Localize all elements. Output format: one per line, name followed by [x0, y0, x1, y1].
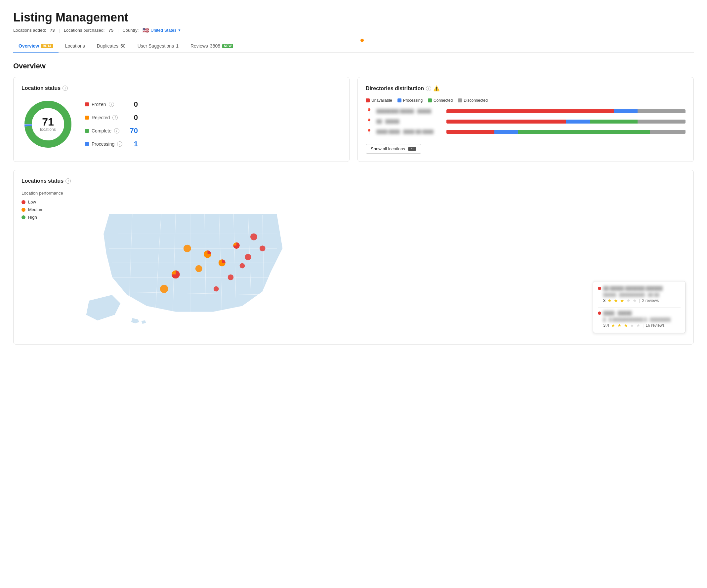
dir-row-3: 📍 ████ ████ · ████ ██ ████	[366, 128, 685, 135]
map-dot-red-6[interactable]	[214, 286, 219, 292]
dir-bar-1	[446, 109, 685, 113]
rating-score-1: 3	[603, 298, 605, 303]
map-dot-pie-3[interactable]	[233, 243, 239, 249]
disconnected-legend-dot	[458, 99, 462, 102]
connected-legend-label: Connected	[434, 98, 453, 103]
tab-user-suggestions[interactable]: User Suggestions 1	[132, 40, 184, 52]
tooltip-name-1: ██ █████ ███████ ██████	[603, 286, 663, 291]
processing-info-icon[interactable]: i	[117, 141, 122, 147]
locations-purchased-label: Locations purchased:	[64, 28, 105, 33]
map-dot-red-1[interactable]	[250, 233, 257, 241]
dir-row-2: 📍 ██ · █████	[366, 118, 685, 124]
high-label: High	[28, 215, 37, 220]
dir-bar-3	[446, 130, 685, 134]
notification-dot	[361, 39, 364, 42]
frozen-dot	[85, 102, 89, 106]
star-2-3: ★	[624, 323, 628, 328]
processing-label: Processing	[92, 141, 114, 147]
high-dot	[22, 215, 26, 219]
dir-bar-3-processing	[494, 130, 518, 134]
complete-value: 70	[128, 126, 138, 135]
map-dot-pie-2[interactable]	[218, 259, 226, 266]
chevron-down-icon: ▼	[178, 28, 181, 32]
map-dot-red-5[interactable]	[228, 274, 234, 281]
country-label: Country:	[122, 28, 139, 33]
tab-user-suggestions-count: 1	[176, 43, 178, 48]
status-complete: Complete i 70	[85, 126, 138, 135]
subtitle-bar: Locations added: 73 | Locations purchase…	[13, 27, 694, 33]
country-selector[interactable]: 🇺🇸 United States ▼	[142, 27, 181, 33]
dir-pin-1: 📍	[366, 108, 372, 114]
show-all-count-badge: 71	[408, 147, 416, 151]
dir-bar-3-unavailable	[446, 130, 494, 134]
cards-row: Location status i 71 locations	[13, 77, 694, 162]
tab-duplicates[interactable]: Duplicates 50	[92, 40, 131, 52]
complete-info-icon[interactable]: i	[114, 128, 120, 134]
directories-info-icon[interactable]: i	[426, 86, 431, 91]
locations-status-info-icon[interactable]: i	[65, 178, 71, 184]
tooltip-entry-1: ██ █████ ███████ ██████ █████ · ████████…	[598, 286, 680, 303]
star-2-4: ★	[630, 323, 634, 328]
map-dot-pie-1[interactable]	[204, 250, 211, 258]
map-dot-red-3[interactable]	[245, 254, 251, 260]
location-status-title: Location status i	[22, 85, 341, 91]
tooltip-rating-1: 3 ★ ★ ★ ★ ★ | 2 reviews	[603, 298, 680, 303]
low-label: Low	[28, 199, 36, 205]
rejected-info-icon[interactable]: i	[112, 115, 118, 120]
dir-name-2: ██ · █████	[376, 119, 442, 124]
locations-purchased-value: 75	[108, 28, 113, 33]
star-2-1: ★	[611, 323, 615, 328]
rating-score-2: 3.4	[603, 323, 609, 328]
star-1-5: ★	[633, 298, 637, 303]
map-legend-high: High	[22, 215, 68, 220]
map-legend-low: Low	[22, 199, 68, 205]
tab-user-suggestions-label: User Suggestions	[138, 43, 174, 48]
tab-locations[interactable]: Locations	[60, 40, 90, 52]
star-2-5: ★	[636, 323, 641, 328]
map-content: Location performance Low Medium High	[22, 191, 685, 336]
tab-overview-badge: BETA	[41, 44, 53, 48]
map-dot-pie-4[interactable]	[172, 270, 180, 279]
medium-label: Medium	[28, 207, 43, 212]
donut-label: locations	[40, 127, 56, 132]
rejected-dot	[85, 116, 89, 119]
map-dot-orange-1[interactable]	[183, 245, 191, 252]
dir-pin-3: 📍	[366, 128, 372, 135]
map-dot-red-2[interactable]	[260, 246, 266, 251]
tooltip-divider	[598, 307, 680, 307]
donut-chart: 71 locations	[22, 98, 74, 151]
tooltip-name-2: ████ · █████	[603, 311, 632, 316]
tab-locations-label: Locations	[65, 43, 85, 48]
low-dot	[22, 200, 26, 204]
frozen-value: 0	[128, 100, 138, 109]
directories-legend: Unavailable Processing Connected Disconn…	[366, 98, 685, 103]
tab-reviews[interactable]: Reviews 3808 NEW	[185, 40, 238, 52]
tooltip-rating-2: 3.4 ★ ★ ★ ★ ★ | 16 reviews	[603, 323, 680, 328]
complete-dot	[85, 129, 89, 133]
dir-pin-2: 📍	[366, 118, 372, 124]
map-dot-orange-3[interactable]	[160, 285, 168, 293]
tooltip-addr-1: █████ · ██████████ · ██ ██	[603, 293, 680, 297]
locations-status-card: Locations status i Location performance …	[13, 170, 694, 344]
map-dot-red-4[interactable]	[240, 263, 245, 268]
tab-overview[interactable]: Overview BETA	[13, 40, 59, 52]
star-1-4: ★	[626, 298, 631, 303]
sep2: |	[117, 28, 119, 33]
tab-reviews-count: 3808	[210, 43, 220, 48]
map-dot-orange-2[interactable]	[195, 265, 202, 272]
dir-bar-1-disconnected	[638, 109, 685, 113]
star-2-2: ★	[617, 323, 622, 328]
tab-duplicates-label: Duplicates	[97, 43, 119, 48]
location-status-info-icon[interactable]: i	[63, 85, 68, 91]
rejected-label: Rejected	[92, 115, 110, 120]
map-tooltip: ██ █████ ███████ ██████ █████ · ████████…	[593, 281, 685, 333]
disconnected-legend-label: Disconnected	[464, 98, 488, 103]
show-all-locations-button[interactable]: Show all locations 71	[366, 144, 421, 154]
map-legend-medium: Medium	[22, 207, 68, 212]
usa-map-svg	[74, 191, 306, 335]
processing-legend-dot	[398, 99, 401, 102]
connected-legend-dot	[428, 99, 432, 102]
locations-added-label: Locations added:	[13, 28, 46, 33]
frozen-info-icon[interactable]: i	[109, 102, 114, 107]
reviews-count-2: 16 reviews	[645, 323, 664, 328]
